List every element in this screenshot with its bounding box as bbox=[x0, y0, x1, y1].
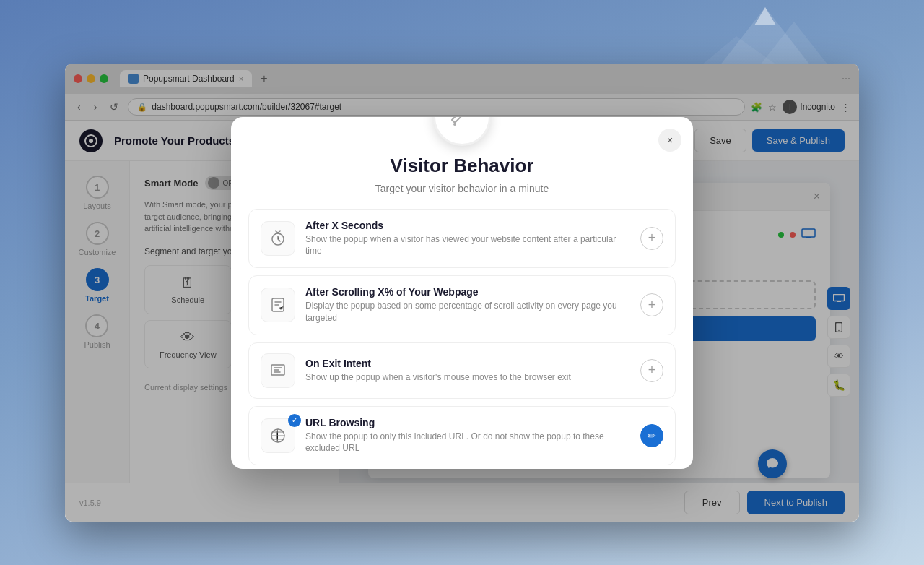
modal-title: Visitor Behavior bbox=[260, 155, 664, 177]
after-x-seconds-name: After X Seconds bbox=[305, 220, 632, 231]
url-browsing-action: ✏ bbox=[640, 424, 663, 447]
url-browsing-checkmark: ✓ bbox=[288, 414, 301, 427]
modal-close-icon: × bbox=[667, 134, 673, 146]
scroll-icon bbox=[269, 296, 287, 314]
modal-overlay[interactable]: Visitor Behavior Target your visitor beh… bbox=[65, 121, 859, 522]
exit-intent-desc: Show up the popup when a visitor's mouse… bbox=[305, 371, 632, 384]
url-browsing-desc: Show the popup to only this included URL… bbox=[305, 431, 632, 455]
after-scrolling-name: After Scrolling X% of Your Webpage bbox=[305, 286, 632, 298]
behavior-modal: Visitor Behavior Target your visitor beh… bbox=[231, 121, 693, 469]
wand-icon bbox=[449, 121, 475, 130]
after-x-seconds-icon-box bbox=[261, 221, 295, 256]
exit-intent-icon bbox=[269, 362, 287, 379]
after-scrolling-action: + bbox=[640, 293, 663, 316]
app-content: Promote Your Products 🌐 demo.popupsmart.… bbox=[65, 121, 859, 522]
exit-intent-text: On Exit Intent Show up the popup when a … bbox=[305, 358, 632, 384]
after-scrolling-item[interactable]: After Scrolling X% of Your Webpage Displ… bbox=[248, 275, 676, 335]
exit-intent-add-button[interactable]: + bbox=[640, 359, 663, 382]
after-scrolling-add-button[interactable]: + bbox=[640, 293, 663, 316]
modal-close-button[interactable]: × bbox=[658, 129, 681, 152]
svg-point-13 bbox=[453, 123, 456, 126]
after-x-seconds-add-button[interactable]: + bbox=[640, 227, 663, 250]
browser-window: Popupsmart Dashboard × + ⋯ ‹ › ↺ 🔒 dashb… bbox=[65, 64, 859, 522]
exit-intent-action: + bbox=[640, 359, 663, 382]
after-scrolling-desc: Display the popup based on some percenta… bbox=[305, 300, 632, 324]
after-scrolling-icon-box bbox=[261, 288, 295, 322]
url-browsing-text: URL Browsing Show the popup to only this… bbox=[305, 417, 632, 455]
after-x-seconds-action: + bbox=[640, 227, 663, 250]
url-browsing-name: URL Browsing bbox=[305, 417, 632, 428]
clock-x-icon bbox=[269, 230, 287, 247]
exit-intent-name: On Exit Intent bbox=[305, 358, 632, 369]
url-browsing-edit-button[interactable]: ✏ bbox=[640, 424, 663, 447]
after-x-seconds-item[interactable]: After X Seconds Show the popup when a vi… bbox=[248, 209, 676, 269]
url-icon bbox=[269, 427, 287, 444]
svg-marker-3 bbox=[754, 7, 776, 25]
after-x-seconds-desc: Show the popup when a visitor has viewed… bbox=[305, 233, 632, 258]
after-scrolling-text: After Scrolling X% of Your Webpage Displ… bbox=[305, 286, 632, 324]
url-browsing-item[interactable]: ✓ URL Browsing Show the popup to only th… bbox=[248, 406, 676, 466]
modal-body: After X Seconds Show the popup when a vi… bbox=[231, 209, 693, 469]
exit-intent-icon-box bbox=[261, 353, 295, 388]
url-browsing-icon-wrapper: ✓ bbox=[261, 418, 305, 453]
exit-intent-item[interactable]: On Exit Intent Show up the popup when a … bbox=[248, 342, 676, 399]
after-x-seconds-text: After X Seconds Show the popup when a vi… bbox=[305, 220, 632, 258]
modal-subtitle: Target your visitor behavior in a minute bbox=[260, 183, 664, 194]
